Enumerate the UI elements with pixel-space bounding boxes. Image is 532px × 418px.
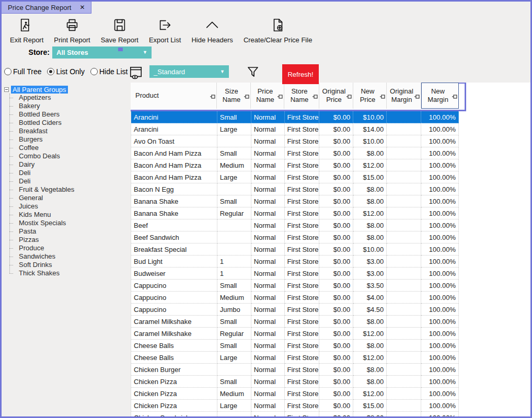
cell-new-price[interactable]: $8.00	[353, 412, 387, 418]
cell-size-name[interactable]: Large	[217, 352, 251, 364]
cell-store-name[interactable]: First Store	[285, 135, 320, 147]
cell-new-price[interactable]: $8.00	[353, 231, 387, 243]
cell-original-price[interactable]: $0.00	[319, 207, 353, 219]
tree-item-coffee[interactable]: Coffee	[9, 144, 131, 152]
cell-price-name[interactable]: Normal	[251, 376, 285, 388]
cell-new-price[interactable]: $10.00	[353, 135, 387, 147]
cell-store-name[interactable]: First Store	[285, 183, 320, 195]
cell-store-name[interactable]: First Store	[285, 111, 320, 123]
cell-store-name[interactable]: First Store	[285, 171, 320, 183]
cell-size-name[interactable]: Regular	[217, 207, 251, 219]
cell-product[interactable]: Cheese Balls	[131, 340, 217, 352]
cell-price-name[interactable]: Normal	[251, 256, 285, 268]
cell-new-margin[interactable]: 100.00%	[421, 207, 459, 219]
table-row[interactable]: Cheese BallsSmallNormalFirst Store$0.00$…	[131, 340, 459, 352]
cell-new-price[interactable]: $10.00	[353, 243, 387, 256]
cell-store-name[interactable]: First Store	[285, 412, 320, 418]
cell-original-price[interactable]: $0.00	[319, 171, 353, 183]
table-row[interactable]: Caramel MilkshakeSmallNormalFirst Store$…	[131, 316, 459, 328]
radio-circle[interactable]	[4, 68, 11, 75]
cell-new-price[interactable]: $14.00	[353, 123, 387, 135]
radio-circle[interactable]	[47, 68, 54, 75]
table-row[interactable]: Breakfast SpecialNormalFirst Store$0.00$…	[131, 243, 459, 256]
column-header-new-margin[interactable]: New Margin	[421, 83, 459, 109]
tree-item-dairy[interactable]: Dairy	[9, 160, 131, 169]
cell-new-margin[interactable]: 100.00%	[421, 111, 459, 123]
cell-new-price[interactable]: $8.00	[353, 183, 387, 195]
close-tab-icon[interactable]: ✕	[79, 4, 85, 11]
cell-original-price[interactable]: $0.00	[319, 231, 353, 243]
cell-product[interactable]: Banana Shake	[131, 195, 217, 207]
cell-original-margin[interactable]	[387, 243, 421, 256]
cell-original-margin[interactable]	[387, 207, 421, 219]
cell-product[interactable]: Bud Light	[131, 256, 217, 268]
cell-original-price[interactable]: $0.00	[319, 135, 353, 147]
cell-new-price[interactable]: $4.00	[353, 292, 387, 304]
cell-store-name[interactable]: First Store	[285, 231, 320, 243]
print-report-button[interactable]: Print Report	[49, 16, 95, 45]
radio-list-only[interactable]: List Only	[47, 67, 84, 76]
cell-new-price[interactable]: $12.00	[353, 352, 387, 364]
cell-new-price[interactable]: $8.00	[353, 340, 387, 352]
tree-item-pasta[interactable]: Pasta	[9, 227, 131, 236]
cell-new-margin[interactable]: 100.00%	[421, 292, 459, 304]
cell-original-margin[interactable]	[387, 364, 421, 376]
tree-item-soft-drinks[interactable]: Soft Drinks	[9, 261, 131, 269]
pin-icon[interactable]	[210, 93, 215, 98]
table-row[interactable]: Chicken PizzaMediumNormalFirst Store$0.0…	[131, 388, 459, 400]
cell-original-price[interactable]: $0.00	[319, 123, 353, 135]
cell-store-name[interactable]: First Store	[285, 123, 320, 135]
cell-original-margin[interactable]	[387, 256, 421, 268]
cell-new-margin[interactable]: 100.00%	[421, 256, 459, 268]
cell-new-margin[interactable]: 100.00%	[421, 388, 459, 400]
cell-size-name[interactable]: 1	[217, 268, 251, 280]
tree-item-breakfast[interactable]: Breakfast	[9, 127, 131, 135]
cell-price-name[interactable]: Normal	[251, 111, 285, 123]
cell-new-margin[interactable]: 100.00%	[421, 352, 459, 364]
cell-original-margin[interactable]	[387, 268, 421, 280]
cell-new-price[interactable]: $8.00	[353, 195, 387, 207]
cell-store-name[interactable]: First Store	[285, 207, 320, 219]
cell-original-price[interactable]: $0.00	[319, 159, 353, 171]
cell-new-price[interactable]: $4.50	[353, 304, 387, 316]
column-header-new-price[interactable]: New Price	[353, 83, 387, 109]
cell-price-name[interactable]: Normal	[251, 400, 285, 412]
radio-circle[interactable]	[90, 68, 98, 75]
cell-product[interactable]: Chicken Burger	[131, 364, 217, 376]
column-header-original-price[interactable]: Original Price	[319, 83, 353, 109]
cell-store-name[interactable]: First Store	[285, 388, 320, 400]
table-row[interactable]: Avo On ToastNormalFirst Store$0.00$10.00…	[131, 135, 459, 147]
cell-original-price[interactable]: $0.00	[319, 412, 353, 418]
filter-funnel-icon[interactable]	[247, 66, 259, 78]
pin-icon[interactable]	[452, 93, 457, 98]
cell-store-name[interactable]: First Store	[285, 292, 320, 304]
cell-new-margin[interactable]: 100.00%	[421, 219, 459, 231]
cell-original-price[interactable]: $0.00	[319, 268, 353, 280]
table-row[interactable]: Bacon And Ham PizzaLargeNormalFirst Stor…	[131, 171, 459, 183]
cell-store-name[interactable]: First Store	[285, 256, 320, 268]
cell-original-price[interactable]: $0.00	[319, 376, 353, 388]
cell-size-name[interactable]: Medium	[217, 292, 251, 304]
pin-icon[interactable]	[380, 93, 385, 98]
cell-new-margin[interactable]: 100.00%	[421, 364, 459, 376]
cell-size-name[interactable]: Jumbo	[217, 304, 251, 316]
tree-item-deli[interactable]: Deli	[9, 169, 131, 177]
cell-new-margin[interactable]: 100.00%	[421, 328, 459, 340]
cell-new-price[interactable]: $8.00	[353, 376, 387, 388]
table-row[interactable]: Bacon And Ham PizzaSmallNormalFirst Stor…	[131, 147, 459, 159]
cell-size-name[interactable]: Small	[217, 376, 251, 388]
cell-original-price[interactable]: $0.00	[319, 400, 353, 412]
cell-size-name[interactable]: Large	[217, 123, 251, 135]
layout-dropdown[interactable]: _Standard ▼	[149, 65, 229, 78]
cell-store-name[interactable]: First Store	[285, 376, 320, 388]
cell-new-price[interactable]: $12.00	[353, 328, 387, 340]
cell-original-price[interactable]: $0.00	[319, 340, 353, 352]
cell-new-price[interactable]: $8.00	[353, 316, 387, 328]
cell-new-margin[interactable]: 100.00%	[421, 243, 459, 256]
cell-price-name[interactable]: Normal	[251, 268, 285, 280]
cell-original-margin[interactable]	[387, 195, 421, 207]
cell-original-price[interactable]: $0.00	[319, 243, 353, 256]
cell-new-price[interactable]: $15.00	[353, 400, 387, 412]
report-view-icon[interactable]	[129, 65, 143, 80]
cell-original-price[interactable]: $0.00	[319, 304, 353, 316]
